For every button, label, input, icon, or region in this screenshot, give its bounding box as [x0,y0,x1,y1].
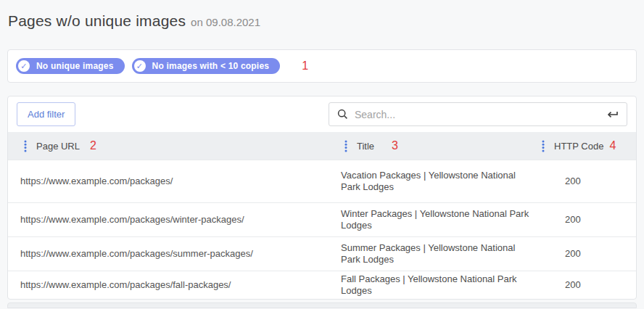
table-row[interactable]: https://www.example.com/packages/winter-… [8,203,636,237]
http-code-cell: 200 [536,160,636,203]
title-cell: Summer Packages | Yellowstone National P… [339,237,536,271]
next-panel-edge [7,302,637,308]
filter-chip-label: No images with < 10 copies [152,61,270,71]
column-header-title[interactable]: Title 3 [339,132,536,160]
annotation-marker-2: 2 [90,139,96,152]
filter-chip-label: No unique images [36,61,114,71]
column-header-http-code[interactable]: HTTP Code 4 [536,132,636,160]
annotation-marker-4: 4 [609,139,616,152]
report-panel: Add filter Page URL 2 [7,96,637,300]
column-label: Title [357,141,374,152]
table-row[interactable]: https://www.example.com/packages/summer-… [8,237,636,271]
search-box [329,102,627,126]
http-code-cell: 200 [536,271,636,300]
check-icon: ✓ [18,60,30,72]
column-menu-icon[interactable] [24,140,27,152]
page-url-cell: https://www.example.com/packages/fall-pa… [8,271,339,300]
filter-chip-no-images-10-copies[interactable]: ✓No images with < 10 copies [132,58,281,74]
page-url-cell: https://www.example.com/packages/winter-… [8,203,339,237]
http-code-cell: 200 [536,237,636,271]
title-cell: Vacation Packages | Yellowstone National… [339,160,536,203]
enter-key-icon [606,110,619,120]
table-row[interactable]: https://www.example.com/packages/ Vacati… [8,160,636,203]
annotation-marker-3: 3 [392,139,398,152]
http-code-cell: 200 [536,203,636,237]
check-icon: ✓ [134,60,146,72]
title-cell: Fall Packages | Yellowstone National Par… [339,271,536,300]
table-row[interactable]: https://www.example.com/packages/fall-pa… [8,271,636,300]
column-menu-icon[interactable] [542,140,545,152]
filter-chip-no-unique-images[interactable]: ✓No unique images [16,58,125,74]
pages-table: Page URL 2 Title 3 [8,132,636,299]
page-header: Pages w/o unique imageson 09.08.2021 [0,0,644,49]
column-label: HTTP Code [554,141,603,152]
page-title: Pages w/o unique images [8,12,186,29]
column-header-page-url[interactable]: Page URL 2 [8,132,339,160]
report-date: on 09.08.2021 [191,16,260,28]
column-label: Page URL [36,141,80,152]
annotation-marker-1: 1 [302,59,308,73]
add-filter-button[interactable]: Add filter [17,102,75,126]
search-input[interactable] [355,109,600,120]
page-url-cell: https://www.example.com/packages/ [8,160,339,203]
column-menu-icon[interactable] [344,140,347,152]
title-cell: Winter Packages | Yellowstone National P… [339,203,536,237]
filter-chips-panel: ✓No unique images ✓No images with < 10 c… [7,49,637,83]
search-icon [337,109,348,120]
table-header-row: Page URL 2 Title 3 [8,132,636,160]
toolbar: Add filter [8,96,636,132]
page-url-cell: https://www.example.com/packages/summer-… [8,237,339,271]
